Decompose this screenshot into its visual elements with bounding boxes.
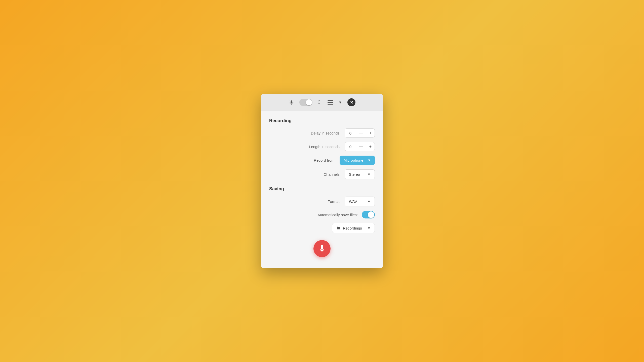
theme-toggle[interactable] <box>299 99 312 106</box>
record-from-dropdown[interactable]: Microphone ▼ <box>340 156 375 165</box>
saving-section: Saving Format: WAV ▼ Automatically save … <box>269 186 375 233</box>
length-value: 0 <box>345 143 356 151</box>
format-row: Format: WAV ▼ <box>269 197 375 206</box>
menu-line-2 <box>328 102 333 103</box>
delay-input-group: 0 — + <box>345 128 375 138</box>
record-from-value: Microphone <box>344 158 363 162</box>
length-decrease-button[interactable]: — <box>356 142 366 151</box>
length-row: Length in seconds: 0 — + <box>269 142 375 151</box>
channels-chevron-icon: ▼ <box>367 172 371 176</box>
menu-line-3 <box>328 104 333 105</box>
saving-section-title: Saving <box>269 186 375 192</box>
recording-section-title: Recording <box>269 118 375 123</box>
length-increase-button[interactable]: + <box>366 142 375 151</box>
folder-row: Recordings ▼ <box>269 223 375 233</box>
channels-label: Channels: <box>324 172 341 176</box>
sun-icon: ☀ <box>289 99 294 106</box>
format-value: WAV <box>349 199 357 204</box>
menu-line-1 <box>328 100 333 101</box>
record-button[interactable] <box>313 240 331 257</box>
channels-dropdown[interactable]: Stereo ▼ <box>345 169 375 179</box>
length-label: Length in seconds: <box>309 145 341 149</box>
recordings-folder-dropdown[interactable]: Recordings ▼ <box>332 223 375 233</box>
titlebar: ☀ ☾ ▾ ✕ <box>261 94 383 111</box>
app-window: ☀ ☾ ▾ ✕ Recording Delay in seconds: 0 — … <box>261 94 383 268</box>
channels-value: Stereo <box>349 172 360 176</box>
microphone-icon <box>318 245 326 253</box>
delay-label: Delay in seconds: <box>311 131 341 135</box>
record-from-row: Record from: Microphone ▼ <box>269 156 375 165</box>
auto-save-row: Automatically save files: <box>269 211 375 218</box>
folder-chevron-icon: ▼ <box>367 226 371 230</box>
delay-increase-button[interactable]: + <box>366 129 375 137</box>
theme-toggle-knob <box>306 99 312 105</box>
auto-save-label: Automatically save files: <box>317 213 358 217</box>
delay-row: Delay in seconds: 0 — + <box>269 128 375 138</box>
toggle-knob <box>368 211 374 218</box>
auto-save-toggle[interactable] <box>362 211 375 218</box>
delay-decrease-button[interactable]: — <box>356 129 366 137</box>
delay-value: 0 <box>345 129 356 137</box>
menu-icon[interactable] <box>328 100 333 105</box>
length-input-group: 0 — + <box>345 142 375 151</box>
record-from-label: Record from: <box>314 158 336 162</box>
content-area: Recording Delay in seconds: 0 — + Length… <box>261 111 383 268</box>
record-from-chevron-icon: ▼ <box>368 158 371 162</box>
chevron-down-button[interactable]: ▾ <box>338 99 342 106</box>
format-chevron-icon: ▼ <box>367 200 371 203</box>
recordings-folder-label: Recordings <box>343 226 362 230</box>
channels-row: Channels: Stereo ▼ <box>269 169 375 179</box>
folder-inner: Recordings <box>336 226 362 230</box>
record-button-container <box>269 240 375 259</box>
format-dropdown[interactable]: WAV ▼ <box>345 197 375 206</box>
close-button[interactable]: ✕ <box>347 98 355 106</box>
moon-icon: ☾ <box>317 99 323 106</box>
format-label: Format: <box>328 199 341 204</box>
folder-icon <box>336 226 341 230</box>
